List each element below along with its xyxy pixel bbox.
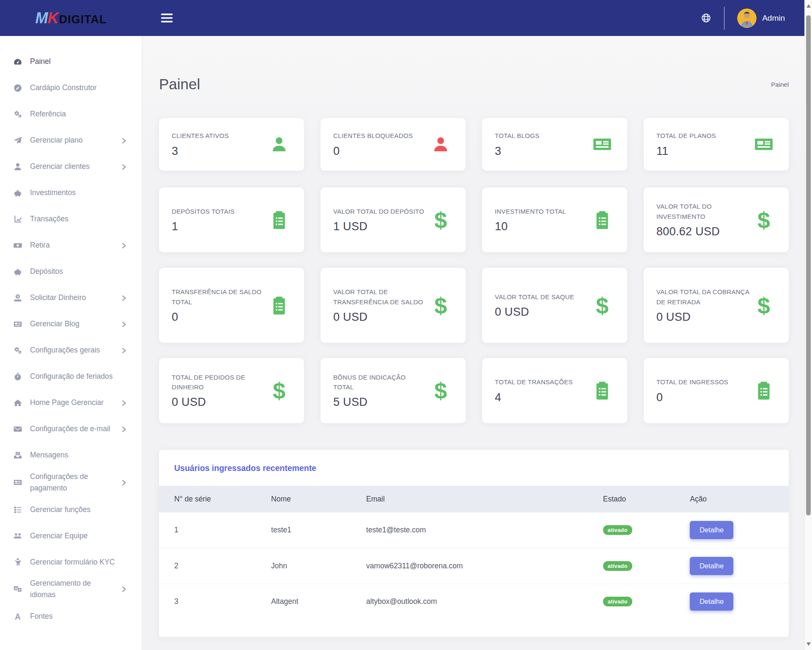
recent-users-table: N° de sérieNomeEmailEstadoAção 1teste1te…	[159, 486, 789, 619]
hamburger-menu-button[interactable]	[161, 14, 173, 22]
table-row: 1teste1teste1@teste.comativadoDetalhe	[159, 512, 789, 548]
table-header: N° de sérieNomeEmailEstadoAção	[159, 486, 789, 512]
stats-row-3: TRANSFERÊNCIA DE SALDO TOTAL0VALOR TOTAL…	[159, 268, 789, 343]
stat-card-valor-total-de-saque: VALOR TOTAL DE SAQUE0 USD$	[482, 268, 627, 343]
stat-card-valor-total-de-transferencia-de-saldo: VALOR TOTAL DE TRANSFERÊNCIA DE SALDO0 U…	[321, 268, 466, 343]
stat-card-valor-total-do-investimento: VALOR TOTAL DO INVESTIMENTO800.62 USD$	[644, 187, 789, 252]
chevron-right-icon	[122, 400, 126, 406]
stat-texts: VALOR TOTAL DA COBRANÇA DE RETIRADA0 USD	[656, 287, 749, 324]
cell-action: Detalhe	[690, 548, 789, 584]
stat-label: VALOR TOTAL DA COBRANÇA DE RETIRADA	[656, 287, 749, 307]
dollar-icon: $	[273, 379, 285, 402]
stat-value: 0	[333, 145, 413, 158]
detail-button[interactable]: Detalhe	[690, 557, 733, 575]
vertical-scrollbar[interactable]	[804, 0, 812, 650]
sidebar-item-label: Gerenciar formulário KYC	[30, 556, 126, 568]
stat-label: TRANSFERÊNCIA DE SALDO TOTAL	[172, 287, 265, 307]
stat-card-total-de-planos: TOTAL DE PLANOS11	[644, 118, 789, 171]
sidebar-item-configuracao-de-feriados[interactable]: Configuração de feriados	[0, 364, 142, 390]
sidebar-item-gerenciar-funcoes[interactable]: Gerenciar funções	[0, 496, 142, 523]
status-badge: ativado	[603, 561, 632, 571]
sidebar-item-painel[interactable]: Painel	[0, 49, 142, 75]
stat-texts: DEPÓSITOS TOTAIS1	[172, 207, 235, 233]
stat-value: 11	[656, 145, 716, 158]
dollar-icon: $	[434, 209, 447, 231]
font-icon	[12, 612, 24, 621]
breadcrumb[interactable]: Painel	[771, 81, 789, 88]
sidebar-item-gerenciar-clientes[interactable]: Gerenciar clientes	[0, 154, 142, 180]
clipboard-list-icon	[593, 210, 612, 230]
scrollbar-thumb[interactable]	[806, 15, 811, 515]
sidebar-item-label: Depósitos	[30, 266, 126, 277]
newspaper-icon	[592, 134, 613, 155]
newspaper-icon	[753, 134, 774, 155]
stat-value: 0 USD	[333, 311, 426, 324]
dollar-icon: $	[596, 294, 609, 317]
stat-label: CLIENTES BLOQUEADOS	[333, 131, 413, 140]
stat-card-transferencia-de-saldo-total: TRANSFERÊNCIA DE SALDO TOTAL0	[159, 268, 304, 343]
sidebar-item-gerenciar-equipe[interactable]: Gerenciar Equipe	[0, 523, 142, 549]
stopwatch-icon	[12, 372, 24, 381]
detail-button[interactable]: Detalhe	[690, 521, 733, 539]
cell-status: ativado	[603, 584, 690, 619]
sidebar-item-configuracoes-de-e-mail[interactable]: Configurações de e-mail	[0, 416, 142, 442]
column-header-acao: Ação	[690, 486, 789, 512]
stat-value: 0 USD	[172, 396, 265, 409]
user-avatar[interactable]	[737, 8, 757, 28]
stats-grid: CLIENTES ATIVOS3CLIENTES BLOQUEADOS0TOTA…	[159, 118, 789, 423]
sidebar-item-referencia[interactable]: Referência	[0, 101, 142, 127]
sidebar-item-retira[interactable]: Retira	[0, 232, 142, 259]
sidebar-item-cardapio-construtor[interactable]: Cardápio Construtor	[0, 75, 142, 101]
ballot-check-icon	[12, 451, 24, 460]
stats-row-1: CLIENTES ATIVOS3CLIENTES BLOQUEADOS0TOTA…	[159, 118, 789, 171]
home-icon	[12, 398, 24, 408]
globe-language-button[interactable]	[701, 13, 711, 23]
sidebar-item-transacoes[interactable]: Transações	[0, 206, 142, 232]
sidebar-item-depositos[interactable]: Depósitos	[0, 259, 142, 285]
sidebar-item-label: Gerenciar funções	[30, 504, 126, 515]
sidebar-item-home-page-gerenciar[interactable]: Home Page Gerenciar	[0, 390, 142, 416]
sidebar-item-label: Configurações de e-mail	[30, 423, 117, 435]
sidebar-item-gerenciar-blog[interactable]: Gerenciar Blog	[0, 311, 142, 337]
stat-value: 5 USD	[333, 396, 426, 409]
sidebar-item-configuracoes-gerais[interactable]: Configurações gerais	[0, 337, 142, 364]
brand-logo[interactable]: MKDIGITAL	[36, 9, 107, 27]
language-icon: Aa	[12, 584, 24, 594]
chevron-right-icon	[122, 138, 126, 143]
cell-name: John	[271, 548, 366, 584]
sidebar-item-gerenciamento-de-idiomas[interactable]: AaGerenciamento de idiomas	[0, 575, 142, 603]
admin-menu-label[interactable]: Admin	[762, 14, 785, 23]
sidebar-item-label: Investimentos	[30, 187, 126, 198]
dollar-icon: $	[757, 209, 770, 231]
sidebar-item-mensagens[interactable]: Mensagens	[0, 442, 142, 468]
stat-label: VALOR TOTAL DO INVESTIMENTO	[656, 201, 749, 221]
sidebar-item-label: Configurações de pagamento	[30, 471, 117, 494]
piggy-bank-icon	[12, 188, 24, 198]
column-header-email: Email	[366, 486, 603, 512]
sidebar-item-label: Configurações gerais	[30, 344, 117, 356]
sidebar-item-fontes[interactable]: Fontes	[0, 603, 142, 630]
cell-serial: 2	[159, 548, 271, 584]
stat-label: TOTAL DE PEDIDOS DE DINHEIRO	[172, 372, 265, 392]
stat-value: 0 USD	[495, 306, 574, 319]
sidebar-item-label: Mensagens	[30, 449, 126, 461]
sidebar-item-gerenciar-plano[interactable]: Gerenciar plano	[0, 127, 142, 154]
tasks-icon	[12, 505, 24, 514]
table-row: 2Johnvamow62311@roborena.comativadoDetal…	[159, 548, 789, 584]
sidebar-item-label: Fontes	[30, 611, 126, 622]
sidebar-item-solicitar-dinheiro[interactable]: $Solicitar Dinheiro	[0, 285, 142, 311]
stat-texts: TOTAL DE PLANOS11	[656, 131, 716, 157]
scroll-down-arrow-icon[interactable]	[807, 642, 811, 646]
cell-name: teste1	[271, 512, 366, 548]
column-header-nome: Nome	[271, 486, 366, 512]
sidebar-item-gerenciar-formulario-kyc[interactable]: Gerenciar formulário KYC	[0, 549, 142, 575]
chart-line-icon	[12, 215, 24, 224]
scroll-up-arrow-icon[interactable]	[807, 4, 811, 8]
sidebar-item-investimentos[interactable]: Investimentos	[0, 180, 142, 206]
stat-label: VALOR TOTAL DO DEPÓSITO	[333, 207, 424, 216]
paper-plane-icon	[12, 136, 24, 145]
brand-letter-k: K	[48, 9, 58, 27]
detail-button[interactable]: Detalhe	[690, 592, 733, 611]
sidebar-item-configuracoes-de-pagamento[interactable]: Configurações de pagamento	[0, 468, 142, 496]
stat-value: 800.62 USD	[656, 225, 749, 238]
